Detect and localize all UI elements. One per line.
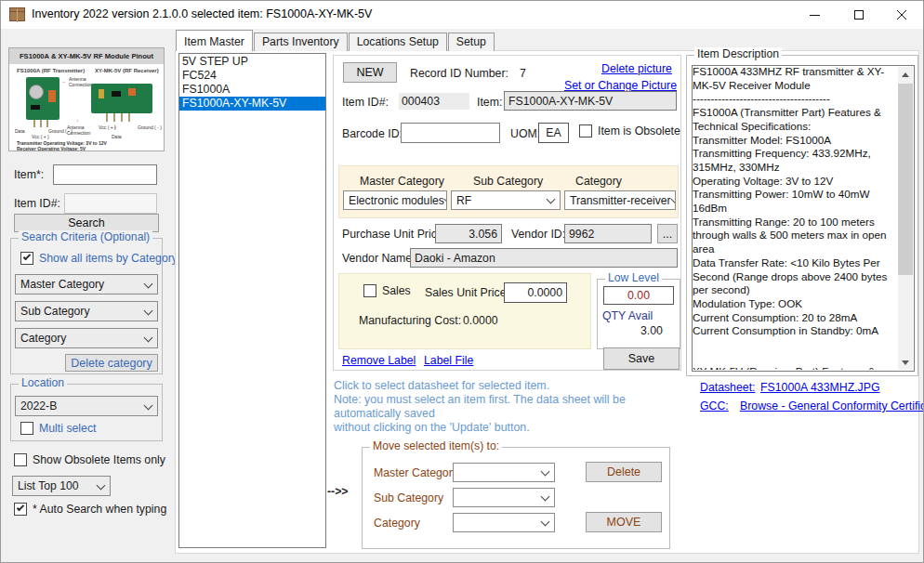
save-button[interactable]: Save xyxy=(603,347,680,370)
auto-search-checkbox[interactable] xyxy=(14,503,27,516)
item-obsolete-checkbox[interactable] xyxy=(579,124,592,137)
vendor-browse-button[interactable]: ... xyxy=(657,224,678,243)
form-item-id-label: Item ID#: xyxy=(342,96,389,109)
category-dropdown[interactable]: Transmitter-receiver xyxy=(564,190,676,210)
chevron-down-icon xyxy=(144,308,152,316)
scrollbar-thumb[interactable] xyxy=(898,84,913,275)
remove-label-link[interactable]: Remove Label xyxy=(342,354,416,367)
datasheet-label-link[interactable]: Datasheet: xyxy=(700,381,755,394)
chevron-down-icon xyxy=(144,402,152,411)
list-item[interactable]: 5V STEP UP xyxy=(179,55,325,69)
chevron-down-icon xyxy=(97,482,105,491)
show-obsolete-checkbox[interactable] xyxy=(14,453,27,466)
low-level-input[interactable]: 0.00 xyxy=(603,286,674,305)
scroll-up-button[interactable] xyxy=(898,67,913,82)
item-listbox: 5V STEP UP FC524 FS1000A FS1000A-XY-MK-5… xyxy=(178,53,326,548)
tab-item-master[interactable]: Item Master xyxy=(176,30,253,51)
tab-parts-inventory[interactable]: Parts Inventory xyxy=(254,33,348,51)
close-button[interactable] xyxy=(882,1,921,29)
chevron-down-icon xyxy=(541,493,549,502)
chevron-down-icon xyxy=(144,281,152,289)
master-category-dropdown[interactable]: Electronic modules xyxy=(343,190,447,210)
sales-price-input[interactable]: 0.0000 xyxy=(504,282,567,303)
uom-input[interactable]: EA xyxy=(538,123,569,143)
sidebar-item-id-label: Item ID#: xyxy=(14,197,60,210)
sub-category-filter-dropdown[interactable]: Sub Category xyxy=(15,301,158,321)
chevron-down-icon xyxy=(444,196,447,204)
vendor-id-input[interactable]: 9962 xyxy=(564,224,652,243)
search-button[interactable]: Search xyxy=(14,214,159,232)
record-id-value: 7 xyxy=(520,67,526,80)
record-id-label: Record ID Number: xyxy=(410,67,508,80)
form-item-input[interactable]: FS1000A-XY-MK-5V xyxy=(504,91,677,111)
manufacturing-cost-label: Manufacturing Cost: xyxy=(359,314,461,327)
category-value: Transmitter-receiver xyxy=(570,194,671,207)
window-title: Inventory 2022 version 2.1.0.0 selected … xyxy=(32,7,372,20)
tab-strip: Item Master Parts Inventory Locations Se… xyxy=(176,30,495,51)
data-arrow-icon: ↓ xyxy=(113,123,117,129)
maximize-button[interactable] xyxy=(839,1,878,29)
move-panel-group: Move selected item(s) to: Master Categor… xyxy=(362,447,670,549)
minimize-button[interactable] xyxy=(795,1,834,29)
move-sub-dropdown[interactable] xyxy=(453,488,555,507)
location-value: 2022-B xyxy=(20,399,57,412)
tab-setup[interactable]: Setup xyxy=(448,33,495,51)
category-filter-dropdown[interactable]: Category xyxy=(15,328,158,348)
item-obsolete-label: Item is Obsolete xyxy=(598,124,680,137)
show-obsolete-label: Show Obsolete Items only xyxy=(33,453,165,466)
move-category-dropdown[interactable] xyxy=(453,513,555,532)
list-top-value: List Top 100 xyxy=(18,479,79,492)
receiver-caption: XY-MK-5V (RF Receiver) xyxy=(95,68,159,73)
new-button[interactable]: NEW xyxy=(343,62,397,83)
delete-category-button[interactable]: Delete category xyxy=(65,354,158,372)
sub-category-dropdown[interactable]: RF xyxy=(451,190,561,210)
barcode-input[interactable] xyxy=(401,123,500,143)
set-picture-link[interactable]: Set or Change Picture xyxy=(564,79,677,92)
move-master-dropdown[interactable] xyxy=(453,463,555,482)
multi-select-checkbox[interactable] xyxy=(20,422,33,435)
category-filter-value: Category xyxy=(20,332,66,345)
low-level-title: Low Level xyxy=(605,271,662,284)
scroll-down-button[interactable] xyxy=(898,355,913,370)
category-header: Category xyxy=(575,175,622,188)
delete-picture-link[interactable]: Delete picture xyxy=(601,62,672,75)
sidebar-item-input[interactable] xyxy=(53,164,157,185)
list-item[interactable]: FS1000A xyxy=(179,83,325,97)
master-category-filter-dropdown[interactable]: Master Category xyxy=(15,274,158,295)
item-description-text: FS1000A 433MHZ RF transmitter & XY-MK-5V… xyxy=(693,65,897,370)
list-item[interactable]: FC524 xyxy=(179,69,325,83)
sub-category-value: RF xyxy=(456,194,471,207)
sub-category-header: Sub Category xyxy=(473,175,543,188)
tab-locations-setup[interactable]: Locations Setup xyxy=(349,33,447,51)
item-description-title: Item Description xyxy=(694,47,782,60)
show-all-items-checkbox[interactable] xyxy=(20,252,33,265)
move-move-button[interactable]: MOVE xyxy=(586,512,662,532)
datasheet-file-link[interactable]: FS1000A 433MHZ.JPG xyxy=(760,381,880,394)
sidebar-item-label: Item*: xyxy=(14,168,44,181)
minimize-icon xyxy=(810,15,820,16)
location-dropdown[interactable]: 2022-B xyxy=(15,396,158,416)
vendor-name-input[interactable]: Daoki - Amazon xyxy=(410,248,678,268)
datasheet-note[interactable]: Click to select datasheet for selected i… xyxy=(334,379,687,435)
qty-avail-value: 3.00 xyxy=(640,324,663,337)
move-arrow-label: -->> xyxy=(327,485,349,498)
vendor-id-label: Vendor ID: xyxy=(511,228,565,241)
barcode-label: Barcode ID: xyxy=(342,127,403,140)
gcc-label-link[interactable]: GCC: xyxy=(700,399,729,412)
purchase-price-input[interactable]: 3.056 xyxy=(435,224,502,243)
data-pin-label-tx: Data xyxy=(15,128,25,134)
module-pinout-image: FS1000A & XY-MK-5V RF Module Pinout FS10… xyxy=(8,47,165,151)
list-item-selected[interactable]: FS1000A-XY-MK-5V xyxy=(179,97,325,111)
description-scrollbar[interactable] xyxy=(898,67,913,370)
sales-checkbox[interactable] xyxy=(363,284,376,297)
label-file-link[interactable]: Label File xyxy=(424,354,473,367)
move-sub-label: Sub Category xyxy=(374,491,443,504)
move-delete-button[interactable]: Delete xyxy=(586,462,662,482)
sidebar-item-id-input[interactable] xyxy=(64,193,157,214)
app-box-icon xyxy=(9,7,25,21)
list-top-dropdown[interactable]: List Top 100 xyxy=(12,476,111,496)
manufacturing-cost-value: 0.0000 xyxy=(463,314,498,327)
antenna-label-rx: Antenna Connection xyxy=(67,124,97,136)
gcc-browse-link[interactable]: Browse - General Conformity Certificate xyxy=(740,399,924,412)
move-category-label: Category xyxy=(374,517,420,530)
